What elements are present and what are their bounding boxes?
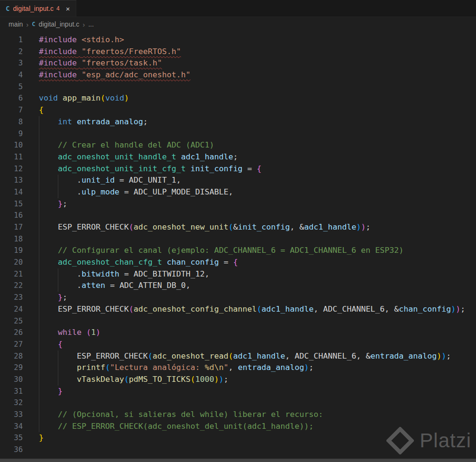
token: , — [186, 281, 191, 290]
token: ESP_ERROR_CHECK — [77, 351, 148, 360]
code-line: 21 .bitwidth = ADC_BITWIDTH_12, — [0, 268, 476, 280]
code-line: 16 — [0, 210, 476, 222]
indent-guide — [39, 327, 39, 339]
line-number: 26 — [0, 327, 23, 339]
token: 1 — [91, 328, 96, 337]
indent-guide — [39, 339, 39, 351]
token: ESP_ERROR_CHECK — [58, 305, 129, 314]
token: "freertos/task.h" — [82, 58, 162, 67]
breadcrumb-item-file[interactable]: digital_input.c — [39, 20, 80, 28]
chevron-right-icon: › — [82, 21, 85, 28]
token: } — [58, 293, 63, 302]
code-text: .atten = ADC_ATTEN_DB_0, — [39, 280, 191, 292]
token: // Crear el handle del ADC (ADC1) — [58, 140, 214, 149]
indent-guide — [39, 116, 39, 128]
token: ; — [460, 305, 465, 314]
line-number: 22 — [0, 280, 23, 292]
code-text: .unit_id = ADC_UNIT_1, — [39, 175, 181, 186]
indent-guide — [39, 315, 39, 327]
token: ; — [446, 351, 451, 360]
code-text: // (Opcional, si salieras del while) lib… — [39, 409, 323, 421]
code-text: }; — [39, 292, 67, 304]
token: bitwidth — [82, 269, 119, 278]
code-text: void app_main(void) — [39, 92, 129, 104]
token: pdMS_TO_TICKS — [129, 375, 191, 384]
line-number: 23 — [0, 292, 23, 304]
token: chan_config — [399, 305, 451, 314]
indent-guide — [39, 198, 39, 210]
indent-guide — [39, 304, 39, 315]
code-line: 27 { — [0, 339, 476, 351]
token: // Configurar el canal (ejemplo: ADC_CHA… — [58, 246, 403, 255]
token — [39, 422, 58, 431]
code-line: 25 — [0, 315, 476, 327]
indent-guide — [58, 374, 58, 386]
line-number: 24 — [0, 304, 23, 315]
code-text: // ESP_ERROR_CHECK(adc_oneshot_del_unit(… — [39, 421, 313, 433]
code-line: 23 }; — [0, 292, 476, 304]
token — [39, 152, 58, 161]
c-file-icon: C — [6, 5, 9, 12]
line-number: 18 — [0, 233, 23, 245]
token — [39, 340, 58, 349]
code-line: 29 printf("Lectura analógica: %d\n", ent… — [0, 362, 476, 374]
token: "freertos/FreeRTOS.h" — [82, 47, 181, 56]
line-number: 5 — [0, 81, 23, 93]
token: ; — [366, 222, 370, 231]
token: ADC_BITWIDTH_12 — [134, 269, 205, 278]
tab-digital-input-c[interactable]: C digital_input.c 4 × — [0, 0, 76, 17]
code-text: .bitwidth = ADC_BITWIDTH_12, — [39, 268, 210, 280]
code-text: vTaskDelay(pdMS_TO_TICKS(1000)); — [39, 374, 229, 386]
token: adc1_handle — [181, 152, 233, 161]
breadcrumb-item-symbol[interactable]: ... — [88, 20, 94, 28]
code-line: 33 // (Opcional, si salieras del while) … — [0, 409, 476, 421]
code-text: { — [39, 104, 44, 116]
token: entrada_analog — [238, 363, 304, 372]
breadcrumb-item-main[interactable]: main — [9, 20, 23, 28]
token: ) — [214, 375, 219, 384]
code-line: 2#include "freertos/FreeRTOS.h" — [0, 46, 476, 58]
token: unit_id — [82, 176, 115, 185]
token: & — [394, 305, 399, 314]
token — [39, 246, 58, 255]
line-number: 19 — [0, 245, 23, 257]
token: & — [300, 222, 304, 231]
token: adc_oneshot_new_unit — [134, 222, 229, 231]
token: entrada_analog — [370, 351, 437, 360]
token — [39, 117, 58, 126]
token: adc_oneshot_chan_cfg_t — [58, 258, 162, 267]
code-text: int entrada_analog; — [39, 116, 148, 128]
token: } — [58, 387, 63, 396]
token: , — [384, 305, 394, 314]
code-text: }; — [39, 198, 67, 210]
token: ) — [361, 222, 366, 231]
token: atten — [82, 281, 105, 290]
indent-guide — [39, 421, 39, 433]
token — [39, 222, 58, 231]
line-number: 31 — [0, 386, 23, 397]
token: void — [105, 93, 124, 102]
code-editor[interactable]: 1#include <stdio.h>2#include "freertos/F… — [0, 31, 476, 456]
token: ; — [309, 363, 314, 372]
token: , — [176, 176, 181, 185]
line-number: 12 — [0, 163, 23, 175]
code-text: ESP_ERROR_CHECK(adc_oneshot_read(adc1_ha… — [39, 351, 451, 362]
code-text: #include "freertos/FreeRTOS.h" — [39, 46, 181, 58]
token: , — [290, 222, 300, 231]
code-line: 35} — [0, 432, 476, 444]
line-number: 36 — [0, 444, 23, 456]
tab-close-icon[interactable]: × — [66, 5, 70, 13]
code-line: 22 .atten = ADC_ATTEN_DB_0, — [0, 280, 476, 292]
token: , — [285, 351, 295, 360]
indent-guide — [58, 186, 58, 198]
token: #include — [39, 58, 77, 67]
indent-guide — [39, 292, 39, 304]
code-text: { — [39, 339, 63, 351]
code-text: .ulp_mode = ADC_ULP_MODE_DISABLE, — [39, 186, 233, 198]
horizontal-scrollbar[interactable] — [0, 459, 476, 462]
token: , — [229, 363, 238, 372]
token: adc_oneshot_read — [153, 351, 229, 360]
code-line: 5 — [0, 81, 476, 93]
code-text: // Configurar el canal (ejemplo: ADC_CHA… — [39, 245, 403, 257]
token — [58, 93, 63, 102]
